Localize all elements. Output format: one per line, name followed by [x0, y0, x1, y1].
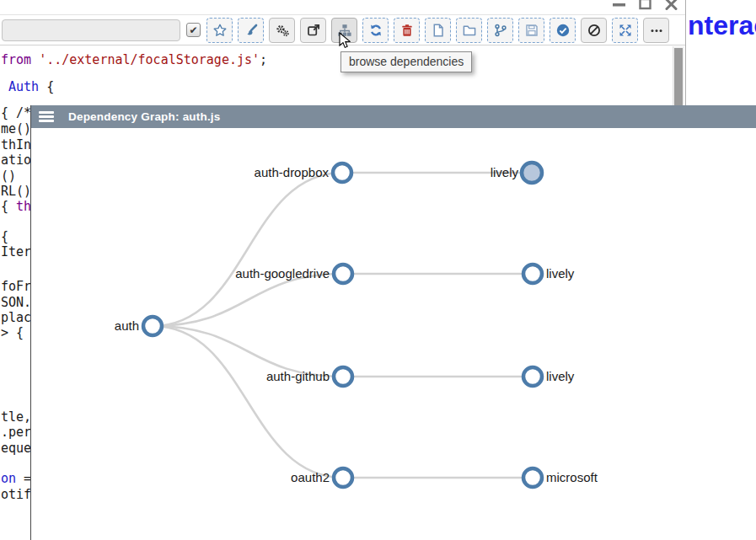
brush-icon [244, 24, 258, 37]
folder-icon [463, 24, 476, 37]
block-button[interactable] [581, 18, 607, 43]
expand-button[interactable] [612, 18, 638, 43]
code-line: { /* [1, 105, 31, 121]
code-line: { th [1, 199, 31, 215]
dependency-graph-svg: authauth-dropboxlivelyauth-googledriveli… [31, 128, 756, 540]
graph-node-oauth2[interactable] [334, 468, 352, 487]
file-icon [432, 24, 445, 37]
code-line: { [1, 229, 8, 245]
panel-header[interactable]: Dependency Graph: auth.js [31, 105, 756, 128]
expand-icon [619, 24, 632, 37]
graph-node-auth-dropbox[interactable] [333, 163, 351, 182]
graph-edge [153, 326, 343, 478]
graph-label-auth: auth [115, 318, 139, 333]
minimize-button[interactable] [612, 0, 626, 13]
maximize-button[interactable] [638, 0, 652, 13]
code-line: Iter [1, 244, 31, 260]
graph-label-lively-1: lively [491, 165, 519, 179]
refresh-icon [369, 24, 383, 37]
graph-edge [153, 173, 342, 326]
graph-node-lively-3[interactable] [523, 367, 542, 386]
check-circle-icon [556, 24, 570, 37]
graph-node-auth[interactable] [143, 317, 162, 335]
graph-label-microsoft: microsoft [546, 470, 598, 484]
code-line: otif [1, 487, 31, 503]
save-icon [525, 24, 539, 37]
trash-button[interactable] [394, 18, 420, 43]
graph-label-auth-dropbox: auth-dropbox [255, 165, 330, 179]
gears-button[interactable] [269, 18, 295, 43]
code-line: foFr [1, 279, 31, 295]
code-line: me() [1, 121, 31, 137]
trash-icon [400, 24, 414, 37]
external-link-icon [307, 24, 320, 37]
star-button[interactable] [206, 18, 233, 43]
check-button[interactable] [550, 18, 576, 43]
graph-label-auth-github: auth-github [266, 369, 330, 383]
ellipsis-icon [650, 24, 663, 37]
code-line: SON. [1, 295, 31, 311]
folder-button[interactable] [456, 18, 482, 43]
code-line: Auth { [1, 79, 54, 95]
graph-node-lively-1[interactable] [522, 163, 542, 183]
external-link-button[interactable] [300, 18, 326, 43]
graph-label-lively-2: lively [546, 266, 575, 281]
graph-label-oauth2: oauth2 [291, 470, 330, 484]
close-button[interactable] [664, 0, 678, 13]
refresh-button[interactable] [362, 18, 389, 43]
branch-button[interactable] [487, 18, 513, 43]
window-controls [612, 0, 678, 13]
tooltip: browse dependencies [340, 51, 472, 72]
code-line: > { [1, 325, 24, 341]
code-line: thIn [1, 137, 31, 153]
code-line: () [1, 168, 24, 184]
graph-edge [153, 274, 343, 326]
star-icon [213, 24, 227, 37]
git-branch-icon [494, 24, 507, 37]
mouse-cursor-icon [339, 32, 351, 53]
code-line: atio [1, 152, 31, 168]
toolbar-buttons [206, 18, 669, 43]
code-line: eque [1, 441, 31, 457]
code-line: tle, [1, 409, 31, 425]
graph-node-auth-github[interactable] [334, 367, 352, 386]
graph-node-lively-2[interactable] [523, 265, 542, 283]
graph-label-lively-3: lively [546, 369, 575, 383]
code-line: RL() [1, 184, 31, 200]
maximize-icon [639, 0, 651, 14]
graph-node-auth-googledrive[interactable] [334, 265, 352, 283]
background-page-heading: nteracti [688, 10, 756, 41]
code-line: .per [1, 425, 31, 441]
minimize-icon [613, 0, 625, 14]
graph-node-microsoft[interactable] [523, 468, 542, 487]
window-titlebar [0, 0, 685, 14]
panel-title: Dependency Graph: auth.js [68, 110, 221, 123]
brush-button[interactable] [238, 18, 264, 43]
toolbar-checkbox[interactable]: ✔ [186, 23, 201, 37]
gears-icon [276, 24, 289, 37]
graph-canvas: authauth-dropboxlivelyauth-googledriveli… [31, 128, 756, 540]
address-input[interactable] [2, 19, 180, 41]
close-icon [665, 0, 678, 14]
block-icon [587, 24, 601, 37]
ellipsis-button[interactable] [643, 18, 669, 43]
file-button[interactable] [425, 18, 451, 43]
code-line: on = [1, 471, 31, 487]
code-line: plac [1, 310, 31, 326]
code-line: from '../external/focalStorage.js'; [1, 52, 267, 68]
hamburger-menu-icon[interactable] [39, 111, 54, 122]
dependency-graph-panel: Dependency Graph: auth.js authauth-dropb… [30, 105, 756, 540]
save-button[interactable] [518, 18, 544, 43]
graph-label-auth-googledrive: auth-googledrive [235, 266, 330, 281]
